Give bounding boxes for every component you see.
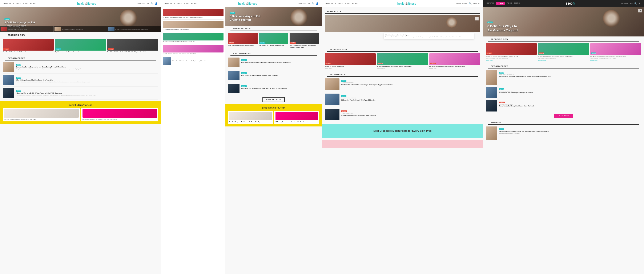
nav-link-health[interactable]: HEALTH <box>4 3 11 5</box>
nav-link-food[interactable]: FOOD <box>23 3 28 5</box>
rec-title-3: I Survived 9/11 as a Child—It Took Years… <box>16 92 158 94</box>
load-more-button[interactable]: LOAD MORE <box>554 114 573 118</box>
featured-teal-title: Best Drugstore Moisturisers for Every Sk… <box>325 129 480 133</box>
recommended-section-3: RECOMMENDED HEALTH LONGEVITY/HAPPINESS T… <box>322 72 483 122</box>
highlights-section-3: HIGHLIGHTS › 8 Delicious Ways to Eat Gra… <box>322 7 483 42</box>
site-logo-2[interactable]: health&fitness <box>238 2 257 5</box>
nav-link-more-4[interactable]: MORE <box>514 2 520 5</box>
rec-item-1[interactable]: HEALTH Overcoming Severe Depression and … <box>3 62 158 74</box>
p3-rec-badge-3: FITNESS <box>341 110 347 112</box>
p3-rec-item-1[interactable]: HEALTH LONGEVITY/HAPPINESS The Secret to… <box>325 78 480 92</box>
trending-item-3-3[interactable]: FITNESS 11 High-Protein Lunches to Look … <box>429 53 480 69</box>
fitness-badge-3-1: FITNESS <box>325 63 331 64</box>
trending-item-1[interactable]: FITNESS Best Crossfit Exercises to Get G… <box>3 39 54 53</box>
hero-section-2: FOOD 8 Delicious Ways to Eat Granola Yog… <box>226 7 322 26</box>
skin-item-2-1[interactable]: The Best Drugstore Moisturisers for Ever… <box>228 111 273 124</box>
health-badge-4-3: HEALTH <box>591 53 596 54</box>
trending-item-4-3[interactable]: HEALTH 11 High-Protein Lunches to Look F… <box>590 43 641 61</box>
trending-img-2-hiking: HEALTH <box>259 33 288 44</box>
settings-icon-4[interactable]: ⚙ <box>638 2 640 5</box>
trending-item-3-1[interactable]: FITNESS 12 Easy 20-Minute Fish Dinners L… <box>325 53 376 69</box>
rec-item-2-2[interactable]: HEALTH Why Getting a Second Opinion Coul… <box>228 71 319 82</box>
site-logo-4[interactable]: S360fit <box>566 2 575 5</box>
thumb-text-2: 12 Healthy Muffin Recipes To Bake Right … <box>62 29 83 30</box>
newsletter-link-3[interactable]: NEWSLETTER <box>456 3 468 5</box>
rec-row-4-3[interactable]: FITNESS Emily Davis · 4 HOURS AGO The Ul… <box>486 100 641 111</box>
next-button[interactable]: › <box>475 17 478 21</box>
search-icon-2[interactable]: 🔍 <box>312 2 314 5</box>
nav-link-health-4[interactable]: HEALTH <box>486 2 494 5</box>
rec-title-2-1: Overcoming Severe Depression and Binge E… <box>241 61 319 63</box>
nav-link-fitness[interactable]: FITNESS <box>13 3 20 5</box>
sidebar-item-4[interactable]: 11 High-Protein Lunches to Look Forward … <box>163 45 224 56</box>
nav-link-food-2[interactable]: FOOD <box>184 3 189 5</box>
trending-grid-4: FITNESS 12 Easy 20-Minute Fish Actually … <box>486 43 641 61</box>
trending-item-2-1[interactable]: FITNESS Best Crossfit Exercises to Get G… <box>228 33 258 48</box>
trending-label-4: TRENDING NOW <box>488 37 639 42</box>
trending-item-4-1[interactable]: FITNESS 12 Easy 20-Minute Fish Actually … <box>486 43 537 61</box>
site-logo-3[interactable]: health&fitness <box>397 2 416 5</box>
trending-item-2-3[interactable]: FITNESS This Killer Kettlebell Workout W… <box>290 33 319 48</box>
skin-item-2[interactable]: 12 Makeup Removers for Sensitive Skin Th… <box>81 108 158 121</box>
trending-img-3-1: FITNESS <box>325 53 376 65</box>
trending-title-2-3: This Killer Kettlebell Workout Will Defi… <box>290 45 319 48</box>
user-icon-2[interactable]: 👤 <box>316 2 318 5</box>
search-icon-3[interactable]: 🔍 <box>469 2 472 5</box>
skin-section-2: Love the Skin You're in The Best Drugsto… <box>226 104 322 127</box>
search-icon-4[interactable]: 🔍 <box>634 2 637 5</box>
trending-item-3-2[interactable]: FITNESS 11 Hiking Backpacks You'll Actua… <box>377 53 428 69</box>
thumb-item-2[interactable]: 12 Healthy Muffin Recipes To Bake Right … <box>54 26 107 32</box>
nav-link-fitness-3[interactable]: FITNESS <box>335 3 342 5</box>
newsletter-link[interactable]: NEWSLETTER <box>138 3 149 5</box>
featured-pink-section <box>322 140 483 148</box>
skin-img-2-1 <box>229 112 272 120</box>
trending-item-3[interactable]: FITNESS This Killer Kettlebell Workout W… <box>107 39 158 53</box>
sidebar-item-person[interactable]: Ariana Grande's Trainer Shares a No-Equi… <box>163 57 224 66</box>
sidebar-item-2[interactable]: 12 Healthy Muffin Recipes To Bake Right … <box>163 21 224 32</box>
nav-link-more-3[interactable]: MORE <box>352 3 358 5</box>
site-logo-1[interactable]: health&fitness <box>77 2 96 5</box>
rec-desc-3: I was in school three blocks from the Wo… <box>16 94 158 96</box>
rec-row-4-2[interactable]: HEALTH Chris Smith · 3 HOURS AGO 11 Exer… <box>486 87 641 98</box>
sidebar-item-3[interactable]: 22 Hiking Backpacks You'll Actually Want… <box>163 33 224 44</box>
newsletter-link-4[interactable]: NEWSLETTER <box>621 3 633 5</box>
recommended-section-2: RECOMMENDED HEALTH Overcoming Severe Dep… <box>226 51 322 95</box>
signin-link-3[interactable]: SIGN IN <box>473 3 480 5</box>
thumb-item-3[interactable]: 11 Ways to Use Canned Tomatoes That Don'… <box>107 26 161 32</box>
hero-expand-btn[interactable]: ⤢ <box>638 9 642 13</box>
p3-rec-item-2[interactable]: HEALTH TYPE 2 DIABETES EXERCISE 11 Exerc… <box>325 94 480 107</box>
rec-item-2-1[interactable]: HEALTH Overcoming Severe Depression and … <box>228 58 319 69</box>
trending-item-2-2[interactable]: HEALTH Top Tips to Live a Healthy and Ha… <box>259 33 288 48</box>
newsletter-link-2[interactable]: NEWSLETTER <box>298 3 310 5</box>
popular-item-4-1[interactable]: HEALTH Overcoming Severe Depression and … <box>486 126 641 140</box>
nav-bar-4: HEALTH OTHER FOOD MORE S360fit NEWSLETTE… <box>483 0 644 7</box>
nav-link-more-2[interactable]: MORE <box>191 3 196 5</box>
thumb-item-1[interactable]: 8 Delicious Ways to Eat Granola Yoghurt <box>0 26 54 32</box>
user-icon[interactable]: 👤 <box>155 2 158 5</box>
nav-link-fitness-2[interactable]: FITNESS <box>174 3 182 5</box>
more-articles-button[interactable]: MORE ARTICLES <box>262 97 285 102</box>
hero-badge-1: FOOD <box>4 18 10 20</box>
skin-item-1[interactable]: The Best Drugstore Moisturisers for Ever… <box>3 108 80 121</box>
p3-rec-item-3[interactable]: FITNESS FULL BODY WORKOUT The Ultimate F… <box>325 109 480 122</box>
search-icon[interactable]: 🔍 <box>151 2 153 5</box>
rec-item-3[interactable]: HEALTH I Survived 9/11 as a Child—It Too… <box>3 88 158 100</box>
nav-link-other-4[interactable]: OTHER <box>496 2 505 5</box>
trending-title-3-2: 11 Hiking Backpacks You'll Actually Want… <box>377 66 428 67</box>
nav-link-more[interactable]: MORE <box>30 3 36 5</box>
trending-section-4: TRENDING NOW FITNESS 12 Easy 20-Minute F… <box>483 37 644 61</box>
rec-row-4-1[interactable]: HEALTH Monica Jones · 2 HOURS AGO The Se… <box>486 70 641 85</box>
nav-link-health-3[interactable]: HEALTH <box>326 3 333 5</box>
trending-item-4-2[interactable]: FITNESS 22 Hiking Backpacks You'll Actua… <box>538 43 589 61</box>
nav-link-food-4[interactable]: FOOD <box>507 2 512 5</box>
rec-item-2[interactable]: HEALTH Why Getting a Second Opinion Coul… <box>3 75 158 87</box>
rec-item-2-3[interactable]: HEALTH I Survived 9/11 as a Child—It Too… <box>228 84 319 95</box>
trending-item-2[interactable]: HEALTH Top Tips to Live a Healthy and Ha… <box>55 39 106 53</box>
nav-link-food-3[interactable]: FOOD <box>345 3 350 5</box>
sidebar-item-1[interactable]: 11 Ways to Use Canned Tomatoes That Don'… <box>163 9 224 20</box>
trending-desc-4-3: These aren't your typical on-the-go quic… <box>590 58 641 59</box>
nav-link-health-2[interactable]: HEALTH <box>164 3 172 5</box>
skin-item-2-2[interactable]: 12 Makeup Removers for Sensitive Skin Th… <box>274 111 319 124</box>
skin-img-2-2 <box>276 112 318 120</box>
skin-section-1: Love the Skin You're in The Best Drugsto… <box>0 101 161 124</box>
